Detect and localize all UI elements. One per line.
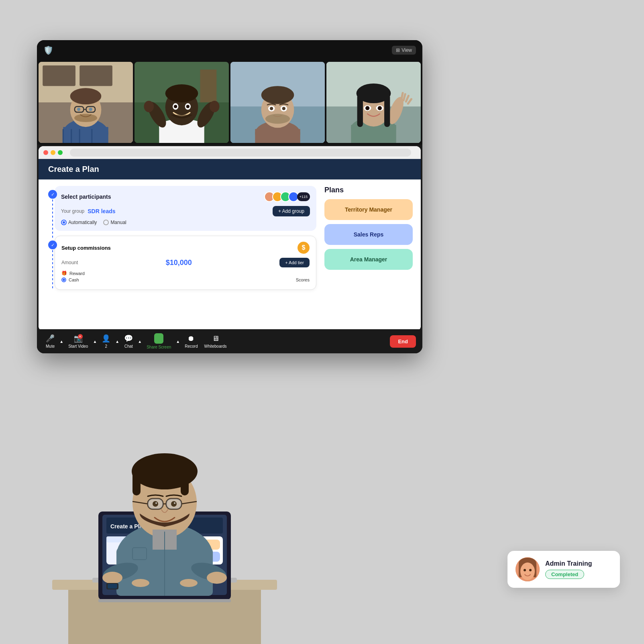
shield-icon: 🛡️ <box>43 45 53 55</box>
svg-point-115 <box>529 569 532 571</box>
start-video-button[interactable]: 📷✕ Start Video <box>66 332 90 350</box>
share-screen-icon: ⬆ <box>154 333 163 344</box>
notification-content: Admin Training Completed <box>545 560 612 579</box>
plan-right-panel: Plans Territory Manager Sales Reps Area … <box>324 186 413 331</box>
participants-chevron[interactable]: ▲ <box>114 338 120 344</box>
chat-label: Chat <box>124 344 133 348</box>
plan-header: Create a Plan <box>39 159 421 179</box>
notification-status-badge: Completed <box>545 570 584 579</box>
plan-title: Create a Plan <box>48 165 99 173</box>
notification-card: Admin Training Completed <box>507 551 620 588</box>
svg-rect-60 <box>384 94 390 127</box>
end-button[interactable]: End <box>390 335 416 348</box>
cash-label: Cash <box>69 277 79 282</box>
participants-title: Select participants <box>61 194 111 200</box>
person-face-3 <box>230 62 325 143</box>
add-tier-button[interactable]: + Add tier <box>279 258 310 267</box>
amount-value: $10,000 <box>166 259 192 267</box>
video-grid <box>37 60 422 145</box>
svg-point-113 <box>520 562 535 580</box>
video-cell-1 <box>39 62 133 143</box>
plan-left-panel: ✓ ✓ Select participants <box>47 186 316 331</box>
svg-rect-5 <box>63 127 108 143</box>
svg-point-8 <box>70 88 102 104</box>
scores-label: Scores <box>296 277 310 282</box>
view-label: View <box>401 47 412 53</box>
chat-chevron[interactable]: ▲ <box>137 338 143 344</box>
commission-card: Setup commissions $ Amount $10,000 + Add… <box>55 236 316 290</box>
commission-title: Setup commissions <box>61 245 111 251</box>
reward-label: Reward <box>69 271 85 276</box>
chat-icon: 💬 <box>124 334 133 343</box>
svg-point-86 <box>132 579 149 587</box>
person-face-2 <box>135 62 229 143</box>
svg-point-41 <box>261 86 294 104</box>
step-dashed-line-2 <box>52 250 53 290</box>
step-2-check: ✓ <box>48 240 57 249</box>
video-chevron[interactable]: ▲ <box>92 338 98 344</box>
svg-point-46 <box>282 107 285 110</box>
notification-title: Admin Training <box>545 560 612 567</box>
manual-radio-dot[interactable] <box>103 220 109 225</box>
video-cell-3 <box>230 62 325 143</box>
cash-radio-dot[interactable] <box>61 277 66 282</box>
svg-rect-91 <box>132 471 141 495</box>
reward-row: 🎁 Reward <box>61 271 310 276</box>
shared-content: Create a Plan ✓ ✓ <box>39 146 421 331</box>
svg-point-83 <box>102 572 122 584</box>
video-cell-2 <box>135 62 229 143</box>
record-button[interactable]: ⏺ Record <box>182 333 200 350</box>
video-cell-4 <box>326 62 421 143</box>
area-manager-button[interactable]: Area Manager <box>324 249 413 270</box>
svg-rect-59 <box>357 94 363 127</box>
share-screen-chevron[interactable]: ▲ <box>175 338 181 344</box>
chat-button[interactable]: 💬 Chat <box>122 332 135 350</box>
url-bar[interactable] <box>70 149 411 157</box>
svg-point-13 <box>89 108 92 111</box>
manual-radio[interactable]: Manual <box>103 220 126 225</box>
person-face-1 <box>39 62 133 143</box>
add-group-button[interactable]: + Add group <box>273 206 310 216</box>
share-screen-button[interactable]: ⬆ Share Screen <box>144 332 173 351</box>
group-row: Your group SDR leads + Add group <box>61 206 310 216</box>
auto-label: Automatically <box>68 220 97 225</box>
amount-row: Amount $10,000 + Add tier <box>61 258 310 267</box>
svg-rect-106 <box>108 584 117 589</box>
record-label: Record <box>185 344 198 348</box>
start-video-label: Start Video <box>68 344 88 348</box>
svg-point-114 <box>524 569 526 571</box>
auto-radio-dot[interactable] <box>61 220 67 225</box>
avatar-count: +115 <box>297 192 310 201</box>
avatar-stack: +115 <box>264 192 310 202</box>
participants-button[interactable]: 👤 2 <box>99 332 113 350</box>
svg-rect-3 <box>79 65 112 86</box>
svg-point-101 <box>171 501 177 507</box>
territory-manager-button[interactable]: Territory Manager <box>324 199 413 220</box>
participants-header: Select participants +115 <box>61 192 310 202</box>
share-screen-label: Share Screen <box>147 345 171 349</box>
svg-point-64 <box>378 106 382 110</box>
auto-radio[interactable]: Automatically <box>61 220 97 225</box>
svg-point-102 <box>155 502 157 504</box>
record-icon: ⏺ <box>187 334 195 343</box>
sales-reps-button[interactable]: Sales Reps <box>324 224 413 245</box>
cash-row: Cash Scores <box>61 277 310 282</box>
whiteboards-button[interactable]: 🖥 Whiteboards <box>202 333 229 350</box>
svg-point-27 <box>210 101 220 112</box>
svg-point-100 <box>153 501 158 507</box>
svg-point-63 <box>365 106 369 110</box>
window-maximize-dot[interactable] <box>58 150 63 155</box>
mute-button[interactable]: 🎤 Mute <box>43 332 57 350</box>
window-minimize-dot[interactable] <box>51 150 55 155</box>
app-window: Create a Plan ✓ ✓ <box>39 146 421 331</box>
window-close-dot[interactable] <box>43 150 48 155</box>
mute-chevron[interactable]: ▲ <box>59 338 64 344</box>
svg-point-45 <box>270 107 273 110</box>
radio-row: Automatically Manual <box>61 220 310 225</box>
view-button[interactable]: ⊞ View <box>392 46 416 55</box>
step-1-check: ✓ <box>48 190 57 199</box>
participants-count: 2 <box>105 344 108 348</box>
dollar-icon: $ <box>298 242 310 254</box>
video-toolbar: 🎤 Mute ▲ 📷✕ Start Video ▲ 👤 2 ▲ <box>37 329 422 353</box>
svg-point-26 <box>144 101 154 112</box>
